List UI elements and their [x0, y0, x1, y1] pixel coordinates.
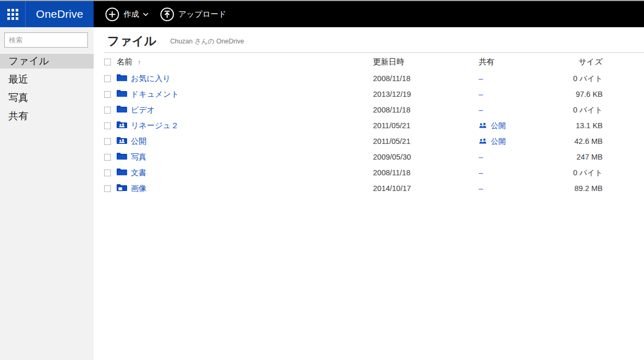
sort-ascending-icon: ↑: [138, 58, 141, 66]
file-name-link[interactable]: ビデオ: [131, 105, 155, 114]
row-checkbox[interactable]: [104, 138, 111, 145]
row-icon-cell: [117, 137, 131, 146]
select-all-checkbox[interactable]: [104, 59, 111, 65]
not-shared-indicator: –: [479, 168, 483, 177]
app-launcher-grid-icon: [7, 9, 18, 20]
row-shared-cell: –: [479, 90, 562, 98]
file-row[interactable]: 画像 2014/10/17 – 89.2 MB: [94, 181, 644, 196]
sidebar-item-label: 写真: [8, 91, 28, 105]
sidebar-item-ファイル[interactable]: ファイル: [0, 54, 94, 69]
row-checkbox[interactable]: [104, 75, 111, 82]
file-name-link[interactable]: ドキュメント: [131, 89, 179, 98]
row-checkbox[interactable]: [104, 170, 111, 176]
create-button[interactable]: 作成: [105, 7, 149, 21]
row-modified-date: 2011/05/21: [373, 121, 479, 130]
row-icon-cell: [117, 74, 131, 83]
app-title[interactable]: OneDrive: [26, 1, 94, 27]
column-header-name[interactable]: 名前 ↑: [117, 57, 373, 67]
row-file-size: 13.1 KB: [562, 121, 644, 130]
file-row[interactable]: 写真 2009/05/30 – 247 MB: [94, 149, 644, 165]
column-header-modified[interactable]: 更新日時: [373, 57, 479, 67]
row-icon-cell: [117, 89, 131, 99]
sidebar-item-label: 共有: [8, 109, 28, 123]
row-shared-cell: –: [479, 153, 562, 161]
sidebar-item-写真[interactable]: 写真: [0, 91, 94, 105]
folder-icon: [117, 74, 127, 83]
row-name-cell: 公開: [131, 137, 373, 147]
row-name-cell: リネージュ２: [131, 121, 373, 131]
name-column-label: 名前: [117, 57, 132, 67]
file-row[interactable]: お気に入り 2008/11/18 – 0 バイト: [94, 71, 644, 86]
row-modified-date: 2013/12/19: [373, 90, 479, 98]
shared-status-label: 公開: [491, 121, 506, 131]
create-button-label: 作成: [123, 9, 139, 19]
row-modified-date: 2008/11/18: [373, 106, 479, 114]
file-row[interactable]: ビデオ 2008/11/18 – 0 バイト: [94, 102, 644, 118]
people-icon: [479, 122, 487, 129]
row-checkbox-cell: [104, 138, 117, 145]
row-modified-date: 2014/10/17: [373, 184, 479, 193]
app-launcher-button[interactable]: [0, 1, 26, 27]
brand-area: OneDrive: [0, 1, 94, 27]
file-list-body: お気に入り 2008/11/18 – 0 バイト ドキュメント 2013/12/…: [94, 71, 644, 196]
chevron-down-icon: [143, 13, 149, 16]
command-buttons: 作成 アップロード: [94, 1, 227, 27]
column-header-shared[interactable]: 共有: [479, 57, 562, 67]
row-name-cell: ビデオ: [131, 105, 373, 115]
file-row[interactable]: 文書 2008/11/18 – 0 バイト: [94, 165, 644, 181]
not-shared-indicator: –: [479, 153, 483, 161]
sidebar-item-共有[interactable]: 共有: [0, 109, 94, 123]
file-name-link[interactable]: お気に入り: [131, 74, 171, 83]
row-checkbox-cell: [104, 122, 117, 129]
row-file-size: 89.2 MB: [562, 184, 644, 193]
row-checkbox-cell: [104, 154, 117, 161]
shared-public-link[interactable]: 公開: [479, 121, 506, 131]
not-shared-indicator: –: [479, 106, 483, 114]
row-checkbox-cell: [104, 75, 117, 82]
sidebar-item-label: ファイル: [8, 54, 49, 68]
row-checkbox-cell: [104, 107, 117, 114]
file-name-link[interactable]: 写真: [131, 152, 146, 161]
upload-button[interactable]: アップロード: [160, 7, 227, 21]
row-modified-date: 2008/11/18: [373, 168, 479, 177]
media-folder-icon: [117, 184, 127, 193]
sidebar: ファイル 最近 写真 共有: [0, 27, 94, 360]
row-file-size: 0 バイト: [562, 74, 644, 84]
row-checkbox[interactable]: [104, 185, 111, 192]
main-header: ファイル Chuzan さんの OneDrive: [94, 27, 644, 52]
people-icon: [479, 138, 487, 144]
sidebar-item-最近[interactable]: 最近: [0, 72, 94, 87]
row-name-cell: 画像: [131, 184, 373, 194]
plus-circle-icon: [105, 7, 119, 21]
file-row[interactable]: リネージュ２ 2011/05/21 公開 13.1 KB: [94, 118, 644, 133]
row-modified-date: 2009/05/30: [373, 153, 479, 161]
row-icon-cell: [117, 121, 131, 130]
select-all-cell: [104, 59, 117, 65]
row-checkbox-cell: [104, 185, 117, 192]
file-name-link[interactable]: 文書: [131, 168, 146, 177]
row-shared-cell: 公開: [479, 121, 562, 131]
file-row[interactable]: ドキュメント 2013/12/19 – 97.6 KB: [94, 86, 644, 102]
folder-icon: [117, 168, 127, 177]
row-icon-cell: [117, 168, 131, 177]
row-name-cell: 写真: [131, 152, 373, 162]
row-checkbox[interactable]: [104, 122, 111, 129]
row-checkbox[interactable]: [104, 154, 111, 161]
search-input[interactable]: [4, 32, 88, 48]
row-modified-date: 2011/05/21: [373, 137, 479, 145]
shared-public-link[interactable]: 公開: [479, 137, 506, 147]
file-row[interactable]: 公開 2011/05/21 公開 42.6 MB: [94, 133, 644, 149]
file-name-link[interactable]: リネージュ２: [131, 121, 178, 130]
row-checkbox[interactable]: [104, 91, 111, 98]
not-shared-indicator: –: [479, 74, 483, 83]
row-modified-date: 2008/11/18: [373, 74, 479, 83]
file-name-link[interactable]: 画像: [131, 184, 146, 193]
file-name-link[interactable]: 公開: [131, 137, 146, 145]
row-name-cell: ドキュメント: [131, 89, 373, 99]
shared-folder-icon: [117, 137, 127, 146]
upload-button-label: アップロード: [178, 9, 227, 19]
column-header-size[interactable]: サイズ: [562, 57, 644, 67]
main-content: ファイル Chuzan さんの OneDrive 名前 ↑ 更新日時 共有 サイ…: [94, 27, 644, 360]
row-checkbox[interactable]: [104, 107, 111, 114]
shared-folder-icon: [117, 121, 127, 130]
